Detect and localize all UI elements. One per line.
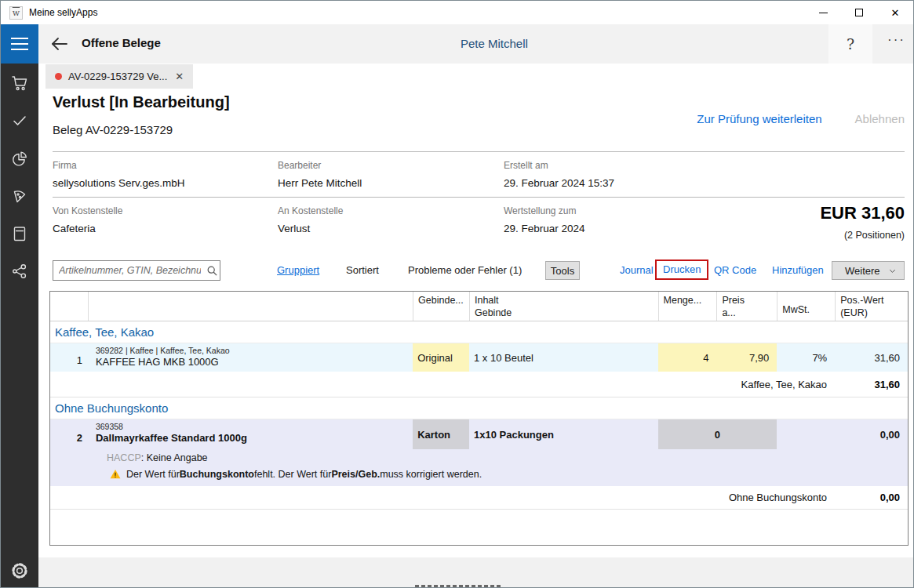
tab-close-icon[interactable]: ✕ bbox=[175, 71, 184, 82]
sidebar-item-settings[interactable] bbox=[9, 561, 30, 581]
total-amount: EUR 31,60 bbox=[820, 203, 905, 223]
tab-label: AV-0229-153729 Ve... bbox=[68, 71, 167, 82]
table-header-row: Gebinde... Inhalt Gebinde Menge... Preis… bbox=[50, 292, 908, 321]
subtotal-value: 0,00 bbox=[835, 492, 908, 503]
share-network-icon bbox=[10, 262, 29, 281]
row-number: 1 bbox=[50, 343, 88, 372]
menge-cell-disabled: 0 bbox=[658, 419, 777, 449]
back-button[interactable] bbox=[49, 34, 70, 53]
search-input[interactable] bbox=[53, 265, 204, 276]
help-button[interactable]: ? bbox=[828, 24, 872, 64]
tools-button[interactable]: Tools bbox=[545, 261, 580, 280]
gebinde-cell[interactable]: Karton bbox=[413, 419, 469, 449]
subtotal-row-kaffee: Kaffee, Tee, Kakao 31,60 bbox=[50, 372, 908, 397]
article-cell: 369358 Dallmayrkaffee Standard 1000g bbox=[88, 419, 413, 449]
more-options-button[interactable]: ··· bbox=[887, 32, 905, 48]
book-icon bbox=[10, 224, 29, 243]
hamburger-icon bbox=[11, 38, 28, 39]
subtotal-value: 31,60 bbox=[835, 379, 908, 390]
main-content: AV-0229-153729 Ve... ✕ Verlust [In Bearb… bbox=[38, 64, 914, 588]
forward-for-review-link[interactable]: Zur Prüfung weiterleiten bbox=[697, 112, 821, 125]
sidebar-item-reports[interactable] bbox=[9, 148, 30, 169]
article-search bbox=[53, 260, 220, 281]
maximize-button[interactable] bbox=[841, 1, 877, 24]
checkmark-icon bbox=[10, 111, 29, 130]
article-meta: 369282 | Kaffee | Kaffee, Tee, Kakao bbox=[96, 343, 413, 355]
close-button[interactable]: ✕ bbox=[877, 1, 913, 24]
sidebar-item-share[interactable] bbox=[9, 261, 30, 281]
minimize-button[interactable] bbox=[805, 1, 841, 24]
article-cell: 369282 | Kaffee | Kaffee, Tee, Kakao KAF… bbox=[88, 343, 413, 372]
grouped-toggle[interactable]: Gruppiert bbox=[277, 264, 319, 276]
document-reference: Beleg AV-0229-153729 bbox=[53, 123, 173, 136]
sidebar-nav bbox=[1, 64, 38, 588]
clipped-text-sliver bbox=[415, 585, 503, 587]
print-link[interactable]: Drucken bbox=[663, 263, 701, 275]
qr-code-link[interactable]: QR Code bbox=[714, 264, 756, 276]
article-meta: 369358 bbox=[96, 419, 413, 431]
hamburger-menu-button[interactable] bbox=[1, 24, 38, 64]
menge-cell[interactable]: 4 bbox=[658, 343, 717, 372]
unsaved-changes-dot-icon bbox=[55, 73, 62, 80]
more-dropdown-label: Weitere bbox=[845, 265, 880, 277]
print-highlight-box: Drucken bbox=[655, 260, 708, 280]
inhalt-cell: 1x10 Packungen bbox=[469, 419, 658, 449]
close-icon: ✕ bbox=[891, 8, 900, 18]
table-row[interactable]: 2 369358 Dallmayrkaffee Standard 1000g K… bbox=[50, 419, 908, 486]
top-header: Offene Belege Pete Mitchell ? ··· bbox=[38, 24, 914, 64]
validation-warning: Der Wert für Buchungskonto fehlt. Der We… bbox=[50, 466, 908, 482]
table-row[interactable]: 1 369282 | Kaffee | Kaffee, Tee, Kakao K… bbox=[50, 343, 908, 372]
col-gebinde: Gebinde... bbox=[413, 292, 469, 321]
gebinde-cell[interactable]: Original bbox=[413, 343, 469, 372]
divider bbox=[53, 197, 905, 198]
pos-wert-cell: 0,00 bbox=[835, 419, 908, 449]
chevron-down-icon bbox=[888, 267, 897, 275]
reject-link[interactable]: Ablehnen bbox=[855, 112, 905, 125]
sidebar-item-approvals[interactable] bbox=[9, 111, 30, 131]
article-name: Dallmayrkaffee Standard 1000g bbox=[96, 432, 413, 444]
title-bar: w Meine sellyApps ✕ bbox=[1, 1, 913, 24]
field-erstellt-am: Erstellt am 29. Februar 2024 15:37 bbox=[504, 160, 716, 189]
field-an-kostenstelle: An Kostenstelle Verlust bbox=[278, 205, 490, 234]
pie-chart-icon bbox=[10, 149, 29, 168]
field-von-kostenstelle: Von Kostenstelle Cafeteria bbox=[53, 205, 264, 234]
page-title: Offene Belege bbox=[82, 36, 161, 49]
preis-cell[interactable]: 7,90 bbox=[716, 343, 777, 372]
list-toolbar: Gruppiert Sortiert Probleme oder Fehler … bbox=[38, 260, 914, 283]
group-header-ohne-buchungskonto: Ohne Buchungskonto bbox=[50, 397, 908, 419]
document-tab[interactable]: AV-0229-153729 Ve... ✕ bbox=[46, 64, 193, 89]
sidebar-item-journal[interactable] bbox=[9, 223, 30, 244]
pos-wert-cell: 31,60 bbox=[835, 343, 908, 372]
article-name: KAFFEE HAG MKB 1000G bbox=[96, 356, 413, 368]
sidebar-item-cart[interactable] bbox=[9, 73, 30, 93]
maximize-icon bbox=[855, 9, 863, 16]
warning-triangle-icon bbox=[110, 469, 121, 479]
subtotal-label: Kaffee, Tee, Kakao bbox=[741, 379, 835, 390]
settings-gear-icon bbox=[9, 561, 30, 581]
col-preis: Preis a... bbox=[716, 292, 777, 321]
window-title: Meine sellyApps bbox=[29, 7, 97, 18]
divider bbox=[53, 151, 905, 152]
journal-link[interactable]: Journal bbox=[620, 264, 654, 276]
search-icon[interactable] bbox=[204, 265, 220, 277]
user-name[interactable]: Pete Mitchell bbox=[461, 37, 528, 50]
sidebar-item-catering[interactable] bbox=[9, 186, 30, 206]
positions-count: (2 Positionen) bbox=[844, 230, 905, 241]
group-header-kaffee: Kaffee, Tee, Kakao bbox=[50, 321, 908, 343]
problems-filter[interactable]: Probleme oder Fehler (1) bbox=[408, 264, 522, 276]
app-logo-icon: w bbox=[9, 6, 23, 20]
back-arrow-icon bbox=[49, 34, 70, 53]
col-mwst: MwSt. bbox=[777, 292, 835, 321]
footer-strip bbox=[38, 557, 914, 588]
mwst-cell: 7% bbox=[777, 343, 835, 372]
row-number: 2 bbox=[50, 419, 88, 449]
field-firma: Firma sellysolutions Serv.ges.mbH bbox=[53, 160, 264, 189]
add-link[interactable]: Hinzufügen bbox=[772, 264, 824, 276]
sorted-toggle[interactable]: Sortiert bbox=[346, 264, 379, 276]
field-wertstellung-zum: Wertstellung zum 29. Februar 2024 bbox=[504, 205, 716, 234]
col-inhalt-gebinde: Inhalt Gebinde bbox=[469, 292, 658, 321]
inhalt-cell: 1 x 10 Beutel bbox=[469, 343, 658, 372]
more-dropdown[interactable]: Weitere bbox=[832, 261, 905, 280]
document-title: Verlust [In Bearbeitung] bbox=[53, 93, 230, 111]
field-bearbeiter: Bearbeiter Herr Pete Mitchell bbox=[278, 160, 490, 189]
